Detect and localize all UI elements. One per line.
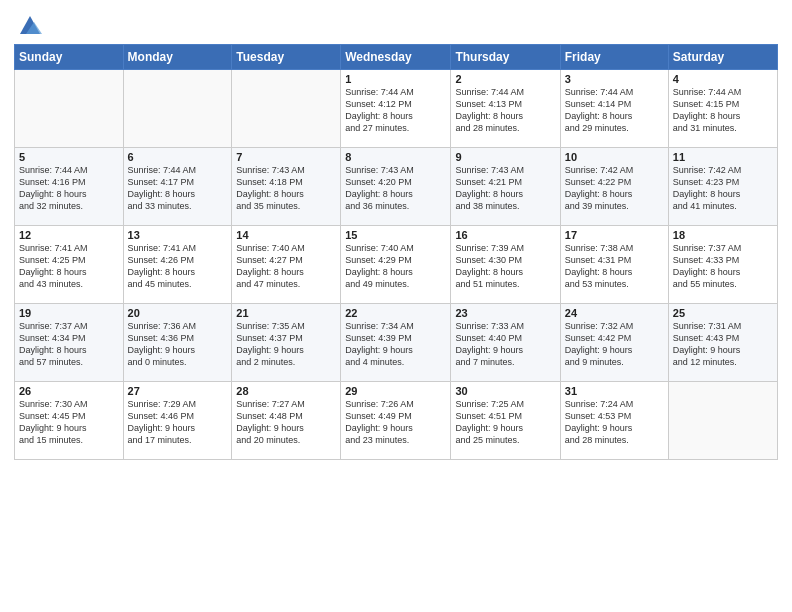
day-info: Sunrise: 7:24 AMSunset: 4:53 PMDaylight:… bbox=[565, 398, 664, 447]
day-number: 3 bbox=[565, 73, 664, 85]
day-info: Sunrise: 7:41 AMSunset: 4:26 PMDaylight:… bbox=[128, 242, 228, 291]
day-info: Sunrise: 7:44 AMSunset: 4:16 PMDaylight:… bbox=[19, 164, 119, 213]
day-number: 17 bbox=[565, 229, 664, 241]
day-info: Sunrise: 7:42 AMSunset: 4:23 PMDaylight:… bbox=[673, 164, 773, 213]
day-info: Sunrise: 7:41 AMSunset: 4:25 PMDaylight:… bbox=[19, 242, 119, 291]
calendar-day-cell bbox=[123, 70, 232, 148]
calendar-day-header: Thursday bbox=[451, 45, 560, 70]
calendar-day-cell bbox=[232, 70, 341, 148]
calendar-day-cell: 18Sunrise: 7:37 AMSunset: 4:33 PMDayligh… bbox=[668, 226, 777, 304]
day-number: 5 bbox=[19, 151, 119, 163]
day-number: 31 bbox=[565, 385, 664, 397]
page: SundayMondayTuesdayWednesdayThursdayFrid… bbox=[0, 0, 792, 612]
day-number: 27 bbox=[128, 385, 228, 397]
day-info: Sunrise: 7:44 AMSunset: 4:15 PMDaylight:… bbox=[673, 86, 773, 135]
calendar-week-row: 26Sunrise: 7:30 AMSunset: 4:45 PMDayligh… bbox=[15, 382, 778, 460]
calendar-week-row: 5Sunrise: 7:44 AMSunset: 4:16 PMDaylight… bbox=[15, 148, 778, 226]
logo bbox=[14, 14, 44, 38]
calendar-day-cell: 22Sunrise: 7:34 AMSunset: 4:39 PMDayligh… bbox=[341, 304, 451, 382]
calendar-day-cell: 30Sunrise: 7:25 AMSunset: 4:51 PMDayligh… bbox=[451, 382, 560, 460]
calendar-day-header: Monday bbox=[123, 45, 232, 70]
calendar-day-cell: 28Sunrise: 7:27 AMSunset: 4:48 PMDayligh… bbox=[232, 382, 341, 460]
day-number: 8 bbox=[345, 151, 446, 163]
calendar-day-cell: 9Sunrise: 7:43 AMSunset: 4:21 PMDaylight… bbox=[451, 148, 560, 226]
day-info: Sunrise: 7:43 AMSunset: 4:20 PMDaylight:… bbox=[345, 164, 446, 213]
calendar-header-row: SundayMondayTuesdayWednesdayThursdayFrid… bbox=[15, 45, 778, 70]
calendar-day-cell: 23Sunrise: 7:33 AMSunset: 4:40 PMDayligh… bbox=[451, 304, 560, 382]
calendar-day-cell: 19Sunrise: 7:37 AMSunset: 4:34 PMDayligh… bbox=[15, 304, 124, 382]
day-number: 7 bbox=[236, 151, 336, 163]
day-number: 1 bbox=[345, 73, 446, 85]
day-info: Sunrise: 7:31 AMSunset: 4:43 PMDaylight:… bbox=[673, 320, 773, 369]
calendar-day-cell: 31Sunrise: 7:24 AMSunset: 4:53 PMDayligh… bbox=[560, 382, 668, 460]
calendar-day-cell: 4Sunrise: 7:44 AMSunset: 4:15 PMDaylight… bbox=[668, 70, 777, 148]
calendar-day-cell: 10Sunrise: 7:42 AMSunset: 4:22 PMDayligh… bbox=[560, 148, 668, 226]
day-number: 13 bbox=[128, 229, 228, 241]
day-info: Sunrise: 7:29 AMSunset: 4:46 PMDaylight:… bbox=[128, 398, 228, 447]
calendar-day-cell: 21Sunrise: 7:35 AMSunset: 4:37 PMDayligh… bbox=[232, 304, 341, 382]
day-number: 14 bbox=[236, 229, 336, 241]
day-info: Sunrise: 7:44 AMSunset: 4:17 PMDaylight:… bbox=[128, 164, 228, 213]
day-number: 6 bbox=[128, 151, 228, 163]
day-number: 9 bbox=[455, 151, 555, 163]
day-number: 11 bbox=[673, 151, 773, 163]
calendar-table: SundayMondayTuesdayWednesdayThursdayFrid… bbox=[14, 44, 778, 460]
day-number: 12 bbox=[19, 229, 119, 241]
day-info: Sunrise: 7:27 AMSunset: 4:48 PMDaylight:… bbox=[236, 398, 336, 447]
calendar-day-cell: 7Sunrise: 7:43 AMSunset: 4:18 PMDaylight… bbox=[232, 148, 341, 226]
day-info: Sunrise: 7:36 AMSunset: 4:36 PMDaylight:… bbox=[128, 320, 228, 369]
calendar-day-cell: 27Sunrise: 7:29 AMSunset: 4:46 PMDayligh… bbox=[123, 382, 232, 460]
calendar-day-cell: 6Sunrise: 7:44 AMSunset: 4:17 PMDaylight… bbox=[123, 148, 232, 226]
calendar-day-cell: 1Sunrise: 7:44 AMSunset: 4:12 PMDaylight… bbox=[341, 70, 451, 148]
calendar-week-row: 12Sunrise: 7:41 AMSunset: 4:25 PMDayligh… bbox=[15, 226, 778, 304]
day-info: Sunrise: 7:26 AMSunset: 4:49 PMDaylight:… bbox=[345, 398, 446, 447]
day-info: Sunrise: 7:38 AMSunset: 4:31 PMDaylight:… bbox=[565, 242, 664, 291]
day-info: Sunrise: 7:25 AMSunset: 4:51 PMDaylight:… bbox=[455, 398, 555, 447]
day-number: 4 bbox=[673, 73, 773, 85]
calendar-day-cell: 2Sunrise: 7:44 AMSunset: 4:13 PMDaylight… bbox=[451, 70, 560, 148]
day-info: Sunrise: 7:33 AMSunset: 4:40 PMDaylight:… bbox=[455, 320, 555, 369]
day-info: Sunrise: 7:35 AMSunset: 4:37 PMDaylight:… bbox=[236, 320, 336, 369]
day-number: 16 bbox=[455, 229, 555, 241]
day-info: Sunrise: 7:39 AMSunset: 4:30 PMDaylight:… bbox=[455, 242, 555, 291]
calendar-day-cell: 20Sunrise: 7:36 AMSunset: 4:36 PMDayligh… bbox=[123, 304, 232, 382]
day-number: 30 bbox=[455, 385, 555, 397]
day-number: 19 bbox=[19, 307, 119, 319]
day-number: 22 bbox=[345, 307, 446, 319]
calendar-day-cell: 5Sunrise: 7:44 AMSunset: 4:16 PMDaylight… bbox=[15, 148, 124, 226]
calendar-day-cell: 11Sunrise: 7:42 AMSunset: 4:23 PMDayligh… bbox=[668, 148, 777, 226]
calendar-day-cell: 15Sunrise: 7:40 AMSunset: 4:29 PMDayligh… bbox=[341, 226, 451, 304]
calendar-day-header: Wednesday bbox=[341, 45, 451, 70]
day-info: Sunrise: 7:37 AMSunset: 4:33 PMDaylight:… bbox=[673, 242, 773, 291]
day-number: 10 bbox=[565, 151, 664, 163]
day-info: Sunrise: 7:43 AMSunset: 4:21 PMDaylight:… bbox=[455, 164, 555, 213]
day-info: Sunrise: 7:32 AMSunset: 4:42 PMDaylight:… bbox=[565, 320, 664, 369]
calendar-day-cell: 16Sunrise: 7:39 AMSunset: 4:30 PMDayligh… bbox=[451, 226, 560, 304]
day-info: Sunrise: 7:44 AMSunset: 4:13 PMDaylight:… bbox=[455, 86, 555, 135]
day-number: 15 bbox=[345, 229, 446, 241]
calendar-day-header: Tuesday bbox=[232, 45, 341, 70]
calendar-day-cell: 12Sunrise: 7:41 AMSunset: 4:25 PMDayligh… bbox=[15, 226, 124, 304]
header bbox=[14, 10, 778, 38]
calendar-week-row: 19Sunrise: 7:37 AMSunset: 4:34 PMDayligh… bbox=[15, 304, 778, 382]
calendar-week-row: 1Sunrise: 7:44 AMSunset: 4:12 PMDaylight… bbox=[15, 70, 778, 148]
calendar-day-cell: 13Sunrise: 7:41 AMSunset: 4:26 PMDayligh… bbox=[123, 226, 232, 304]
day-info: Sunrise: 7:44 AMSunset: 4:14 PMDaylight:… bbox=[565, 86, 664, 135]
day-number: 2 bbox=[455, 73, 555, 85]
day-number: 24 bbox=[565, 307, 664, 319]
calendar-day-cell bbox=[15, 70, 124, 148]
day-info: Sunrise: 7:40 AMSunset: 4:27 PMDaylight:… bbox=[236, 242, 336, 291]
calendar-day-cell: 8Sunrise: 7:43 AMSunset: 4:20 PMDaylight… bbox=[341, 148, 451, 226]
day-info: Sunrise: 7:37 AMSunset: 4:34 PMDaylight:… bbox=[19, 320, 119, 369]
calendar-day-header: Friday bbox=[560, 45, 668, 70]
day-info: Sunrise: 7:44 AMSunset: 4:12 PMDaylight:… bbox=[345, 86, 446, 135]
day-info: Sunrise: 7:40 AMSunset: 4:29 PMDaylight:… bbox=[345, 242, 446, 291]
day-number: 23 bbox=[455, 307, 555, 319]
day-number: 29 bbox=[345, 385, 446, 397]
calendar-day-cell bbox=[668, 382, 777, 460]
day-number: 18 bbox=[673, 229, 773, 241]
calendar-day-cell: 24Sunrise: 7:32 AMSunset: 4:42 PMDayligh… bbox=[560, 304, 668, 382]
calendar-day-header: Saturday bbox=[668, 45, 777, 70]
day-number: 26 bbox=[19, 385, 119, 397]
day-info: Sunrise: 7:30 AMSunset: 4:45 PMDaylight:… bbox=[19, 398, 119, 447]
